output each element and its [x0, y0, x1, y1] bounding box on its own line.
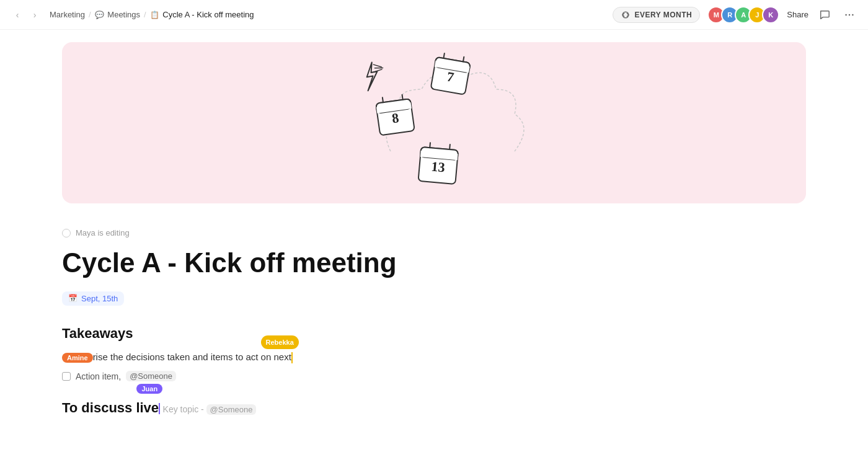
editing-dot-icon: [62, 229, 71, 237]
key-topic-line: Key topic - @Someone: [163, 404, 257, 414]
share-button[interactable]: Share: [787, 10, 808, 19]
action-checkbox[interactable]: [62, 372, 71, 381]
doc-icon: 📋: [150, 11, 159, 19]
avatar-5: K: [762, 6, 779, 24]
editing-indicator: Maya is editing: [0, 228, 868, 237]
meetings-icon: 💬: [95, 11, 104, 19]
svg-line-6: [443, 53, 444, 58]
svg-point-2: [852, 14, 854, 16]
takeaways-content: Amine rise the decisions taken and items…: [62, 349, 806, 382]
doc-body: Cycle A - Kick off meeting 📅 Sept, 15th …: [0, 247, 868, 423]
svg-point-1: [849, 14, 851, 16]
forward-button[interactable]: ›: [27, 7, 42, 22]
svg-line-18: [430, 143, 430, 148]
section-to-discuss: To discuss liveJuan Key topic - @Someone: [62, 400, 806, 423]
breadcrumb-sep-1: /: [89, 10, 91, 19]
breadcrumb: Marketing / 💬 Meetings / 📋 Cycle A - Kic…: [50, 10, 254, 19]
to-discuss-heading[interactable]: To discuss liveJuan: [62, 400, 160, 416]
date-tag[interactable]: 📅 Sept, 15th: [62, 291, 124, 306]
recycle-icon: [621, 10, 631, 20]
avatars-group: M R A J K: [707, 6, 779, 24]
takeaways-heading: Takeaways: [62, 326, 806, 342]
breadcrumb-current[interactable]: 📋 Cycle A - Kick off meeting: [150, 10, 254, 19]
topbar-right: EVERY MONTH M R A J K Share: [613, 6, 858, 24]
comment-button[interactable]: [816, 6, 833, 24]
rebekka-anchor: Rebekka: [291, 352, 293, 362]
svg-line-13: [402, 95, 403, 100]
main-content: 7 8 13: [0, 30, 868, 470]
more-icon: [844, 9, 855, 20]
calendar-icon: 📅: [68, 294, 78, 303]
date-text: Sept, 15th: [81, 294, 118, 303]
key-topic-label: Key topic -: [163, 404, 204, 414]
rebekka-cursor: [291, 352, 293, 363]
topbar: ‹ › Marketing / 💬 Meetings / 📋 Cycle A -…: [0, 0, 868, 30]
back-button[interactable]: ‹: [10, 7, 25, 22]
cursor-line-1: Amine rise the decisions taken and items…: [62, 349, 806, 365]
key-topic-mention[interactable]: @Someone: [206, 404, 257, 415]
doc-title[interactable]: Cycle A - Kick off meeting: [62, 247, 806, 279]
comment-icon: [819, 9, 830, 20]
hero-banner: 7 8 13: [62, 42, 806, 203]
hero-illustration: 7 8 13: [341, 30, 527, 216]
calendar-illustration: 7 8 13: [341, 30, 527, 213]
takeaways-text[interactable]: rise the decisions taken and items to ac…: [93, 349, 293, 365]
amine-cursor-label: Amine: [62, 353, 93, 363]
svg-text:13: 13: [431, 159, 446, 175]
svg-line-12: [383, 97, 383, 102]
editing-text: Maya is editing: [76, 228, 130, 237]
svg-point-0: [845, 14, 847, 16]
action-mention[interactable]: @Someone: [126, 371, 176, 381]
juan-cursor: [159, 403, 160, 414]
action-item-label: Action item,: [76, 371, 121, 381]
svg-line-19: [450, 144, 450, 149]
breadcrumb-meetings[interactable]: 💬 Meetings: [95, 10, 140, 19]
nav-arrows: ‹ ›: [10, 7, 42, 22]
breadcrumb-marketing[interactable]: Marketing: [50, 10, 85, 19]
action-item-row: Action item, @Someone: [62, 371, 806, 381]
section-takeaways: Takeaways Amine rise the decisions taken…: [62, 326, 806, 382]
breadcrumb-sep-2: /: [144, 10, 146, 19]
svg-line-7: [463, 57, 464, 62]
juan-floating-label: Juan: [136, 384, 162, 394]
recurrence-button[interactable]: EVERY MONTH: [613, 7, 700, 23]
juan-anchor: Juan: [159, 400, 160, 415]
more-button[interactable]: [841, 6, 858, 24]
